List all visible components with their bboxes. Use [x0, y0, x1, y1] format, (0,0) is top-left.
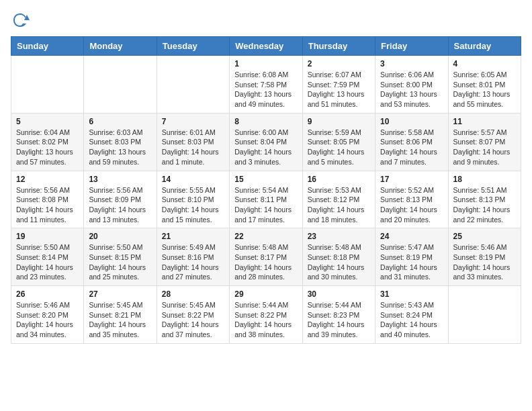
- day-info: Sunrise: 5:50 AMSunset: 8:14 PMDaylight:…: [16, 242, 79, 282]
- day-info: Sunrise: 5:57 AMSunset: 8:07 PMDaylight:…: [453, 128, 516, 167]
- day-info: Sunrise: 5:48 AMSunset: 8:18 PMDaylight:…: [308, 242, 370, 282]
- calendar-cell: 14Sunrise: 5:55 AMSunset: 8:10 PMDayligh…: [157, 171, 229, 228]
- calendar-cell: 4Sunrise: 6:05 AMSunset: 8:01 PMDaylight…: [448, 56, 521, 113]
- calendar-cell: 17Sunrise: 5:52 AMSunset: 8:13 PMDayligh…: [375, 171, 448, 228]
- day-info: Sunrise: 5:59 AMSunset: 8:05 PMDaylight:…: [308, 128, 370, 167]
- calendar-cell: 27Sunrise: 5:45 AMSunset: 8:21 PMDayligh…: [84, 286, 157, 344]
- calendar-cell: 30Sunrise: 5:44 AMSunset: 8:23 PMDayligh…: [302, 286, 375, 344]
- day-number: 27: [89, 289, 151, 299]
- day-info: Sunrise: 5:54 AMSunset: 8:11 PMDaylight:…: [234, 185, 297, 225]
- day-number: 6: [89, 117, 151, 126]
- weekday-header-thursday: Thursday: [302, 37, 375, 56]
- calendar-cell: [84, 56, 157, 113]
- calendar-week-4: 19Sunrise: 5:50 AMSunset: 8:14 PMDayligh…: [11, 228, 521, 286]
- day-number: 22: [234, 232, 297, 241]
- day-number: 1: [234, 59, 297, 68]
- calendar-cell: 6Sunrise: 6:03 AMSunset: 8:03 PMDaylight…: [84, 113, 157, 171]
- day-number: 26: [16, 289, 79, 299]
- day-info: Sunrise: 6:03 AMSunset: 8:03 PMDaylight:…: [89, 128, 151, 167]
- day-number: 29: [234, 289, 297, 299]
- calendar-week-1: 1Sunrise: 6:08 AMSunset: 7:58 PMDaylight…: [11, 56, 521, 113]
- day-number: 25: [453, 232, 516, 241]
- day-info: Sunrise: 5:56 AMSunset: 8:09 PMDaylight:…: [89, 185, 151, 225]
- calendar-cell: 5Sunrise: 6:04 AMSunset: 8:02 PMDaylight…: [11, 113, 84, 171]
- weekday-header-tuesday: Tuesday: [157, 37, 229, 56]
- day-info: Sunrise: 5:55 AMSunset: 8:10 PMDaylight:…: [162, 185, 224, 225]
- day-info: Sunrise: 5:56 AMSunset: 8:08 PMDaylight:…: [16, 185, 79, 225]
- day-info: Sunrise: 5:52 AMSunset: 8:13 PMDaylight:…: [380, 185, 443, 225]
- day-info: Sunrise: 5:50 AMSunset: 8:15 PMDaylight:…: [89, 242, 151, 282]
- weekday-header-sunday: Sunday: [11, 37, 84, 56]
- day-number: 24: [380, 232, 443, 241]
- calendar-cell: 23Sunrise: 5:48 AMSunset: 8:18 PMDayligh…: [302, 228, 375, 286]
- calendar-week-5: 26Sunrise: 5:46 AMSunset: 8:20 PMDayligh…: [11, 286, 521, 344]
- day-number: 15: [234, 175, 297, 184]
- day-info: Sunrise: 5:53 AMSunset: 8:12 PMDaylight:…: [308, 185, 370, 225]
- day-info: Sunrise: 5:44 AMSunset: 8:23 PMDaylight:…: [308, 300, 370, 340]
- day-number: 7: [162, 117, 224, 126]
- calendar-cell: 18Sunrise: 5:51 AMSunset: 8:13 PMDayligh…: [448, 171, 521, 228]
- calendar-cell: 8Sunrise: 6:00 AMSunset: 8:04 PMDaylight…: [230, 113, 302, 171]
- day-info: Sunrise: 6:06 AMSunset: 8:00 PMDaylight:…: [380, 70, 443, 109]
- day-info: Sunrise: 5:46 AMSunset: 8:20 PMDaylight:…: [16, 300, 79, 340]
- calendar-cell: [448, 286, 521, 344]
- calendar-cell: 11Sunrise: 5:57 AMSunset: 8:07 PMDayligh…: [448, 113, 521, 171]
- day-info: Sunrise: 6:05 AMSunset: 8:01 PMDaylight:…: [453, 70, 516, 109]
- calendar-cell: 31Sunrise: 5:43 AMSunset: 8:24 PMDayligh…: [375, 286, 448, 344]
- calendar-cell: [157, 56, 229, 113]
- weekday-header-wednesday: Wednesday: [230, 37, 302, 56]
- day-number: 13: [89, 175, 151, 184]
- calendar-cell: 22Sunrise: 5:48 AMSunset: 8:17 PMDayligh…: [230, 228, 302, 286]
- day-number: 10: [380, 117, 443, 126]
- day-info: Sunrise: 5:47 AMSunset: 8:19 PMDaylight:…: [380, 242, 443, 282]
- logo: [11, 11, 32, 30]
- day-number: 21: [162, 232, 224, 241]
- day-info: Sunrise: 5:48 AMSunset: 8:17 PMDaylight:…: [234, 242, 297, 282]
- day-number: 31: [380, 289, 443, 299]
- calendar-table: SundayMondayTuesdayWednesdayThursdayFrid…: [11, 36, 521, 344]
- calendar-cell: 15Sunrise: 5:54 AMSunset: 8:11 PMDayligh…: [230, 171, 302, 228]
- day-info: Sunrise: 6:01 AMSunset: 8:03 PMDaylight:…: [162, 128, 224, 167]
- page-header: [11, 11, 521, 30]
- calendar-cell: 24Sunrise: 5:47 AMSunset: 8:19 PMDayligh…: [375, 228, 448, 286]
- weekday-header-friday: Friday: [375, 37, 448, 56]
- day-number: 2: [308, 59, 370, 68]
- calendar-cell: 12Sunrise: 5:56 AMSunset: 8:08 PMDayligh…: [11, 171, 84, 228]
- calendar-cell: 1Sunrise: 6:08 AMSunset: 7:58 PMDaylight…: [230, 56, 302, 113]
- calendar-cell: 16Sunrise: 5:53 AMSunset: 8:12 PMDayligh…: [302, 171, 375, 228]
- day-number: 9: [308, 117, 370, 126]
- day-info: Sunrise: 6:08 AMSunset: 7:58 PMDaylight:…: [234, 70, 297, 109]
- day-number: 4: [453, 59, 516, 68]
- day-info: Sunrise: 6:04 AMSunset: 8:02 PMDaylight:…: [16, 128, 79, 167]
- calendar-cell: 20Sunrise: 5:50 AMSunset: 8:15 PMDayligh…: [84, 228, 157, 286]
- calendar-cell: 29Sunrise: 5:44 AMSunset: 8:22 PMDayligh…: [230, 286, 302, 344]
- day-info: Sunrise: 5:46 AMSunset: 8:19 PMDaylight:…: [453, 242, 516, 282]
- day-number: 20: [89, 232, 151, 241]
- calendar-cell: 2Sunrise: 6:07 AMSunset: 7:59 PMDaylight…: [302, 56, 375, 113]
- day-info: Sunrise: 6:00 AMSunset: 8:04 PMDaylight:…: [234, 128, 297, 167]
- day-number: 19: [16, 232, 79, 241]
- logo-icon: [11, 11, 30, 30]
- weekday-header-row: SundayMondayTuesdayWednesdayThursdayFrid…: [11, 37, 521, 56]
- day-info: Sunrise: 6:07 AMSunset: 7:59 PMDaylight:…: [308, 70, 370, 109]
- day-number: 3: [380, 59, 443, 68]
- calendar-week-3: 12Sunrise: 5:56 AMSunset: 8:08 PMDayligh…: [11, 171, 521, 228]
- calendar-cell: 7Sunrise: 6:01 AMSunset: 8:03 PMDaylight…: [157, 113, 229, 171]
- calendar-cell: 10Sunrise: 5:58 AMSunset: 8:06 PMDayligh…: [375, 113, 448, 171]
- weekday-header-monday: Monday: [84, 37, 157, 56]
- calendar-cell: 9Sunrise: 5:59 AMSunset: 8:05 PMDaylight…: [302, 113, 375, 171]
- calendar-cell: 3Sunrise: 6:06 AMSunset: 8:00 PMDaylight…: [375, 56, 448, 113]
- day-info: Sunrise: 5:58 AMSunset: 8:06 PMDaylight:…: [380, 128, 443, 167]
- day-info: Sunrise: 5:44 AMSunset: 8:22 PMDaylight:…: [234, 300, 297, 340]
- day-number: 17: [380, 175, 443, 184]
- day-info: Sunrise: 5:45 AMSunset: 8:22 PMDaylight:…: [162, 300, 224, 340]
- day-info: Sunrise: 5:45 AMSunset: 8:21 PMDaylight:…: [89, 300, 151, 340]
- day-number: 16: [308, 175, 370, 184]
- weekday-header-saturday: Saturday: [448, 37, 521, 56]
- day-info: Sunrise: 5:43 AMSunset: 8:24 PMDaylight:…: [380, 300, 443, 340]
- calendar-cell: 28Sunrise: 5:45 AMSunset: 8:22 PMDayligh…: [157, 286, 229, 344]
- day-number: 30: [308, 289, 370, 299]
- calendar-cell: 25Sunrise: 5:46 AMSunset: 8:19 PMDayligh…: [448, 228, 521, 286]
- day-info: Sunrise: 5:49 AMSunset: 8:16 PMDaylight:…: [162, 242, 224, 282]
- day-number: 18: [453, 175, 516, 184]
